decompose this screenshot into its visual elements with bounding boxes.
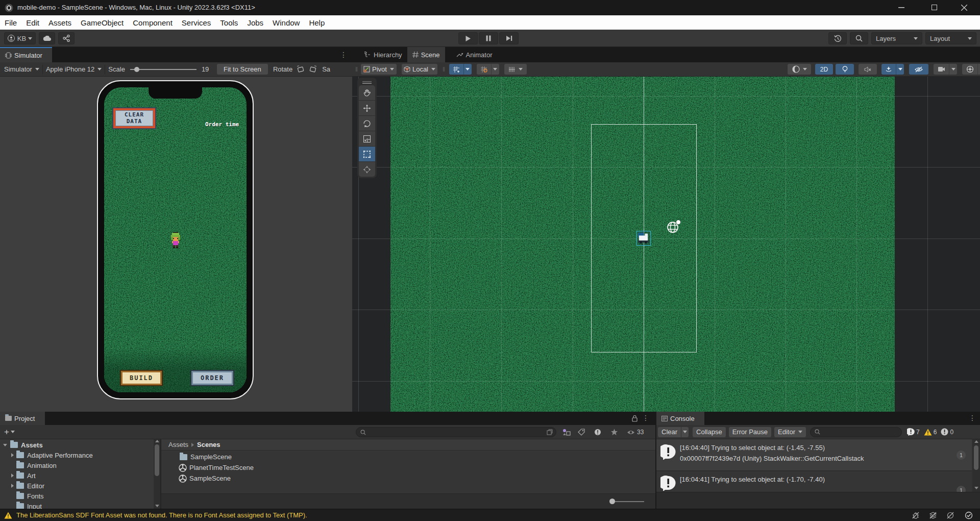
increment-snap-toggle[interactable] (477, 64, 491, 75)
grid-visibility-dropdown[interactable] (504, 64, 527, 75)
gizmos-dropdown[interactable] (977, 64, 980, 75)
menu-jobs[interactable]: Jobs (242, 15, 268, 30)
favorites-star-icon[interactable] (610, 429, 618, 436)
tree-row[interactable]: Art (0, 470, 153, 481)
close-button[interactable] (961, 5, 967, 11)
palette-drag-handle[interactable] (359, 80, 375, 85)
account-button[interactable]: KB (4, 32, 36, 44)
zoom-slider-thumb[interactable] (609, 499, 615, 504)
search-button[interactable] (850, 32, 868, 44)
build-button[interactable]: BUILD (121, 371, 162, 385)
asset-item-scene[interactable]: SampleScene (161, 473, 655, 484)
gizmos-button[interactable] (962, 64, 977, 75)
scroll-up-arrow[interactable] (155, 440, 159, 442)
lock-icon[interactable] (632, 415, 638, 422)
fit-to-screen-button[interactable]: Fit to Screen (217, 64, 268, 75)
play-button[interactable] (458, 32, 478, 44)
clear-button[interactable]: Clear (658, 427, 681, 437)
scale-slider-thumb[interactable] (134, 67, 139, 72)
console-scrollbar[interactable] (973, 439, 980, 492)
menu-component[interactable]: Component (128, 15, 177, 30)
rotate-left-button[interactable] (296, 65, 306, 74)
minimize-button[interactable] (898, 7, 904, 8)
tree-row[interactable]: Input (0, 501, 153, 509)
tab-project[interactable]: Project (0, 412, 45, 425)
add-asset-dropdown[interactable] (11, 431, 15, 433)
tab-simulator[interactable]: Simulator (0, 47, 52, 62)
audio-toggle[interactable] (859, 64, 877, 75)
menu-help[interactable]: Help (304, 15, 329, 30)
console-menu-icon[interactable]: ⋮ (969, 414, 976, 422)
console-search-field[interactable] (810, 427, 902, 437)
error-pause-button[interactable]: Error Pause (729, 427, 771, 437)
warning-count[interactable]: 6 (924, 429, 937, 436)
tree-row[interactable]: Editor (0, 481, 153, 491)
tree-scrollbar-thumb[interactable] (155, 444, 159, 476)
rect-tool[interactable] (359, 147, 375, 161)
menu-file[interactable]: File (0, 15, 21, 30)
grid-snap-toggle[interactable] (449, 64, 463, 75)
search-in-window-icon[interactable] (547, 429, 553, 435)
local-toggle[interactable]: Local (402, 64, 437, 75)
add-asset-button[interactable]: + (4, 428, 9, 436)
rotate-tool[interactable] (359, 116, 375, 131)
tree-row-assets[interactable]: Assets (0, 440, 153, 450)
expand-arrow[interactable] (3, 444, 7, 446)
editor-dropdown[interactable]: Editor (774, 427, 806, 437)
increment-snap-dropdown[interactable] (491, 64, 499, 75)
refresh-disabled-icon[interactable] (946, 511, 954, 519)
effects-toggle[interactable] (881, 64, 896, 75)
step-button[interactable] (499, 32, 519, 44)
tree-row[interactable]: Adaptive Performance (0, 450, 153, 460)
camera-settings-dropdown[interactable] (949, 64, 957, 75)
order-button[interactable]: ORDER (191, 371, 233, 385)
simulator-mode-dropdown[interactable]: Simulator (4, 65, 32, 73)
expand-arrow[interactable] (11, 473, 14, 478)
grid-snap-dropdown[interactable] (463, 64, 472, 75)
scale-tool[interactable] (359, 131, 375, 146)
collapse-button[interactable]: Collapse (693, 427, 726, 437)
asset-item-folder[interactable]: SampleScene (161, 452, 655, 462)
status-warning-text[interactable]: The LiberationSans SDF Font Asset was no… (16, 511, 307, 519)
layout-dropdown[interactable]: Layout (925, 32, 976, 44)
clear-dropdown[interactable] (681, 427, 689, 437)
maximize-button[interactable] (932, 5, 937, 10)
cache-disabled-icon[interactable] (929, 511, 937, 519)
effects-dropdown[interactable] (896, 64, 904, 75)
project-search-field[interactable] (356, 427, 556, 437)
cloud-button[interactable] (39, 32, 55, 44)
info-count[interactable]: 7 (907, 428, 920, 436)
transform-tool[interactable] (359, 162, 375, 177)
hand-tool[interactable] (359, 85, 375, 100)
tab-hierarchy[interactable]: Hierarchy (359, 47, 407, 62)
clear-data-button[interactable]: CLEARDATA (113, 108, 155, 128)
info-filter-icon[interactable] (594, 429, 601, 436)
expand-arrow[interactable] (11, 484, 14, 488)
debugger-disabled-icon[interactable] (912, 511, 920, 519)
menu-gameobject[interactable]: GameObject (76, 15, 128, 30)
pivot-toggle[interactable]: Pivot (361, 64, 397, 75)
move-tool[interactable] (359, 101, 375, 115)
error-count[interactable]: 0 (941, 428, 953, 436)
shading-mode-dropdown[interactable] (788, 64, 811, 75)
console-entry[interactable]: [16:04:41] Trying to select object at: (… (656, 471, 972, 492)
menu-edit[interactable]: Edit (21, 15, 44, 30)
hidden-objects-toggle[interactable] (909, 64, 928, 75)
thumbnail-zoom-slider[interactable] (610, 501, 644, 502)
breadcrumb-root[interactable]: Assets (168, 441, 188, 448)
tree-row[interactable]: Animation (0, 460, 153, 470)
eye-visibility-icon[interactable] (627, 430, 635, 435)
menu-tools[interactable]: Tools (215, 15, 242, 30)
version-control-button[interactable] (58, 32, 75, 44)
rotate-right-button[interactable] (308, 65, 318, 74)
selected-sprite[interactable] (636, 231, 651, 246)
lighting-toggle[interactable] (836, 64, 854, 75)
scroll-down-arrow[interactable] (974, 487, 978, 489)
undo-history-button[interactable] (828, 32, 847, 44)
menu-assets[interactable]: Assets (44, 15, 76, 30)
menu-window[interactable]: Window (268, 15, 304, 30)
network-globe-gizmo[interactable] (666, 219, 681, 234)
menu-services[interactable]: Services (177, 15, 216, 30)
console-entry[interactable]: [16:04:40] Trying to select object at: (… (656, 439, 972, 471)
pause-button[interactable] (479, 32, 498, 44)
